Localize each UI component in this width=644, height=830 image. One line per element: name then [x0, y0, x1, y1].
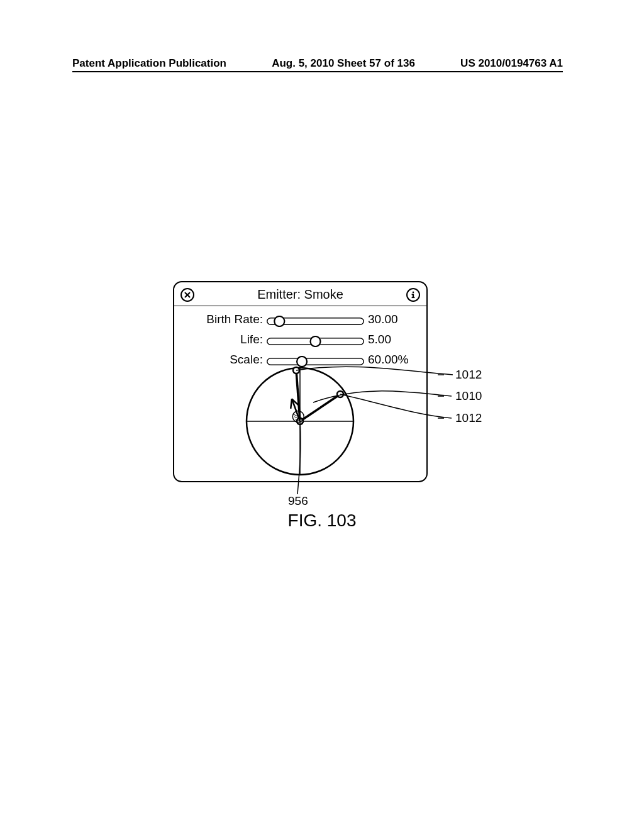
ref-1012-bot: 1012 — [455, 411, 482, 425]
dial-diagram — [0, 0, 644, 830]
figure-number: FIG. 103 — [0, 511, 644, 531]
svg-line-17 — [300, 394, 340, 421]
ref-1010: 1010 — [455, 389, 482, 403]
ref-956: 956 — [288, 494, 308, 508]
ref-1012-top: 1012 — [455, 368, 482, 382]
